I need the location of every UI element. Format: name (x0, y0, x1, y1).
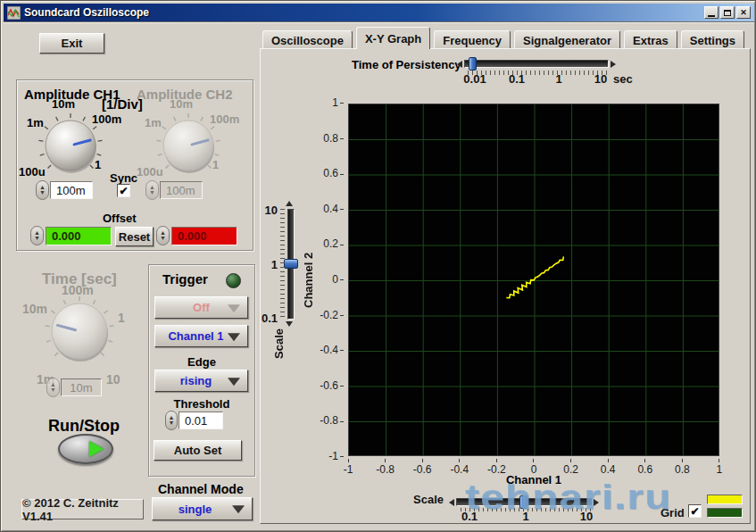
title-bar[interactable]: Soundcard Oszilloscope ✕ (4, 4, 754, 21)
y-tick-label: -0.4 (320, 344, 344, 357)
vscale-slider-thumb[interactable] (284, 259, 298, 269)
ch1-offset-spinner[interactable]: ▲▼ (30, 226, 44, 245)
channel-mode-dropdown[interactable]: single (152, 497, 253, 520)
app-window: Soundcard Oszilloscope ✕ Oscilloscope X-… (0, 0, 756, 532)
time-knob-label-100m: 100m (62, 283, 94, 297)
xy-plot (348, 104, 719, 456)
ch1-value-field[interactable]: 100m (50, 181, 93, 199)
time-knob-label-10: 10 (106, 372, 120, 387)
channel-mode-value: single (179, 503, 212, 516)
offset-label: Offset (103, 212, 137, 225)
y-tick-label: 0.2 (323, 237, 344, 251)
threshold-spinner[interactable]: ▲▼ (165, 411, 178, 430)
vscale-up-arrow-icon[interactable] (286, 201, 293, 206)
tab-settings[interactable]: Settings (681, 30, 744, 49)
app-icon (7, 6, 21, 20)
vscale-tick-1: 1 (267, 258, 278, 271)
ch2-value-spinner[interactable]: ▲▼ (145, 180, 159, 200)
window-title: Soundcard Oszilloscope (24, 6, 149, 19)
hscale-left-arrow-icon[interactable] (449, 499, 454, 506)
vscale-tick-10: 10 (262, 204, 278, 217)
ch2-knob-label-100u: 100u (137, 165, 163, 179)
tab-frequency[interactable]: Frequency (434, 30, 511, 49)
slider-right-arrow-icon[interactable] (611, 61, 616, 68)
chevron-down-icon (228, 304, 240, 312)
y-tick-label: 0.8 (323, 132, 344, 145)
minimize-button[interactable] (704, 6, 719, 19)
chevron-down-icon (228, 333, 240, 341)
y-tick-label: -0.2 (320, 309, 344, 322)
tab-signalgenerator[interactable]: Signalgenerator (514, 30, 620, 49)
run-stop-label: Run/Stop (48, 417, 120, 436)
trigger-source-value: Channel 1 (168, 329, 223, 343)
trigger-source-dropdown[interactable]: Channel 1 (154, 325, 248, 347)
ch1-color-swatch[interactable] (707, 495, 743, 504)
persistency-slider-thumb[interactable] (469, 57, 477, 71)
persistency-slider-track[interactable] (464, 60, 609, 68)
trigger-mode-dropdown[interactable]: Off (154, 296, 248, 319)
y-axis-tick-labels: 10.80.60.40.20-0.2-0.4-0.6-0.8-1 (313, 96, 344, 463)
ch2-color-swatch[interactable] (707, 508, 743, 518)
sync-label: Sync (110, 171, 137, 185)
time-knob-label-1: 1 (118, 311, 125, 325)
tab-bar: Oscilloscope X-Y Graph Frequency Signalg… (262, 27, 748, 49)
ch2-knob-label-10m: 10m (170, 97, 193, 111)
hscale-tick-10: 10 (572, 510, 601, 523)
exit-button[interactable]: Exit (39, 33, 104, 54)
copyright-label: © 2012 C. Zeitnitz V1.41 (21, 499, 144, 520)
time-knob[interactable] (37, 288, 122, 374)
threshold-field[interactable]: 0.01 (179, 411, 223, 429)
hscale-slider-thumb[interactable] (519, 495, 528, 509)
ch2-value-field[interactable]: 100m (160, 181, 203, 199)
y-tick-label: -0.8 (320, 414, 344, 428)
run-stop-button[interactable] (58, 434, 113, 464)
ch1-knob-label-100u: 100u (19, 165, 46, 179)
y-tick-label: 0 (332, 273, 344, 287)
grid-label: Grid (660, 506, 685, 520)
hscale-right-arrow-icon[interactable] (594, 499, 599, 506)
time-value-field[interactable]: 10m (61, 378, 102, 396)
trigger-led (226, 273, 241, 288)
grid-checkbox[interactable]: ✔ (688, 504, 702, 518)
trigger-edge-dropdown[interactable]: rising (154, 370, 248, 392)
time-value-spinner[interactable]: ▲▼ (46, 378, 60, 397)
ch2-offset-field[interactable]: 0.000 (171, 227, 237, 245)
auto-set-button[interactable]: Auto Set (154, 440, 242, 461)
maximize-button[interactable] (720, 6, 735, 19)
persistency-tick-10: 10 (586, 72, 615, 86)
hscale-tick-0.1: 0.1 (455, 510, 484, 523)
y-tick-label: -0.6 (320, 379, 344, 393)
time-knob-label-10m: 10m (22, 302, 47, 316)
ch2-knob-label-1: 1 (212, 158, 219, 171)
trigger-title: Trigger (162, 271, 208, 287)
y-tick-label: 1 (332, 96, 344, 110)
persistency-label: Time of Persistency (352, 58, 461, 71)
ch1-knob-label-10m: 10m (52, 97, 75, 111)
vscale-tick-marks (280, 209, 285, 320)
ch1-value-spinner[interactable]: ▲▼ (36, 180, 49, 200)
persistency-unit: sec (613, 72, 633, 86)
persistency-tick-1: 1 (544, 72, 573, 86)
ch1-knob-label-1m: 1m (27, 116, 44, 129)
chevron-down-icon (232, 505, 245, 513)
ch2-knob-label-1m: 1m (145, 116, 162, 129)
trigger-edge-value: rising (180, 374, 212, 387)
x-axis-title: Channel 1 (348, 473, 719, 486)
titlebar-separator-highlight (4, 22, 754, 23)
vscale-label: Scale (271, 324, 286, 364)
ch1-knob-label-100m: 100m (92, 112, 121, 126)
tab-oscilloscope[interactable]: Oscilloscope (262, 30, 353, 49)
ch1-offset-field[interactable]: 0.000 (46, 227, 112, 245)
close-button[interactable]: ✕ (736, 6, 751, 19)
y-tick-label: 0.4 (323, 203, 344, 216)
tab-extras[interactable]: Extras (624, 30, 677, 49)
ch2-offset-spinner[interactable]: ▲▼ (156, 226, 170, 245)
vscale-down-arrow-icon[interactable] (286, 321, 293, 327)
play-icon (89, 441, 104, 457)
tab-xy-graph[interactable]: X-Y Graph (356, 27, 430, 49)
persistency-tick-0.1: 0.1 (503, 72, 531, 86)
offset-reset-button[interactable]: Reset (115, 227, 154, 246)
sync-checkbox[interactable]: ✔ (117, 184, 130, 197)
slider-left-arrow-icon[interactable] (457, 61, 462, 68)
channel-mode-label: Channel Mode (158, 482, 244, 496)
